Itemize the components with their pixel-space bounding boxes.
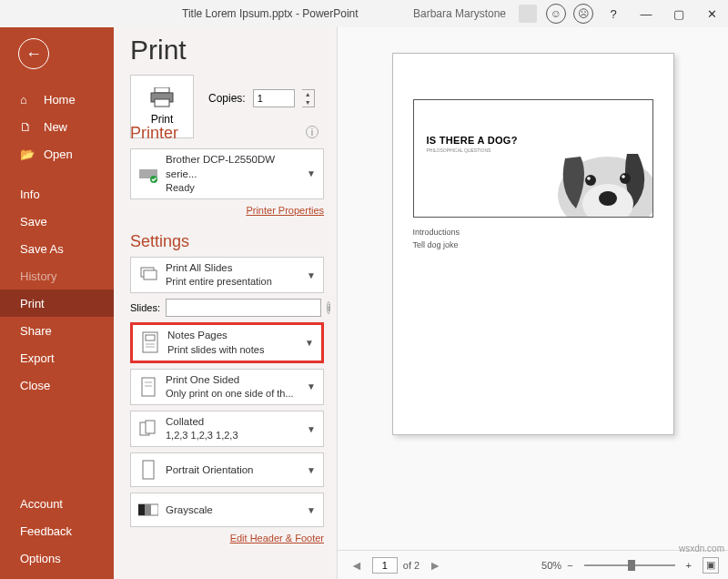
main-area: Print Print Copies: ▲▼ Printeri Brother … bbox=[114, 27, 728, 579]
sidebar-item-label: Close bbox=[20, 379, 50, 392]
chevron-down-icon: ▼ bbox=[305, 465, 318, 475]
chevron-down-icon: ▼ bbox=[305, 424, 318, 434]
copies-spinner[interactable]: ▲▼ bbox=[302, 89, 315, 107]
dropdown-title: Grayscale bbox=[166, 503, 305, 518]
svg-rect-18 bbox=[138, 504, 145, 515]
sidebar-item-close[interactable]: Close bbox=[0, 371, 114, 399]
svg-point-23 bbox=[585, 175, 596, 186]
orientation-dropdown[interactable]: Portrait Orientation ▼ bbox=[130, 452, 324, 487]
back-button[interactable]: ← bbox=[18, 38, 49, 69]
sidebar-item-new[interactable]: 🗋New bbox=[0, 113, 114, 140]
page-total: of 2 bbox=[403, 560, 420, 571]
dropdown-sub: Print slides with notes bbox=[167, 343, 303, 357]
sidebar-item-home[interactable]: ⌂Home bbox=[0, 86, 114, 113]
header-footer-link[interactable]: Edit Header & Footer bbox=[130, 533, 324, 543]
zoom-out-button[interactable]: − bbox=[567, 560, 572, 571]
copies-input[interactable] bbox=[253, 89, 295, 107]
slide-subtitle: PHILOSOPHICAL QUESTIONS bbox=[427, 147, 491, 153]
page-current-input[interactable] bbox=[372, 557, 398, 574]
slides-label: Slides: bbox=[130, 302, 160, 313]
close-window-button[interactable]: ✕ bbox=[695, 0, 728, 27]
note-line: Tell dog joke bbox=[413, 239, 653, 252]
svg-point-22 bbox=[599, 191, 617, 206]
maximize-button[interactable]: ▢ bbox=[662, 0, 695, 27]
window-title: Title Lorem Ipsum.pptx - PowerPoint bbox=[182, 7, 359, 20]
sidebar-item-export[interactable]: Export bbox=[0, 344, 114, 371]
copies-label: Copies: bbox=[208, 92, 246, 105]
sidebar-item-account[interactable]: Account bbox=[0, 490, 114, 517]
svg-rect-15 bbox=[146, 421, 155, 433]
sidebar-item-label: Print bbox=[20, 297, 45, 310]
sidebar-item-share[interactable]: Share bbox=[0, 317, 114, 344]
open-icon: 📂 bbox=[20, 147, 35, 161]
info-icon[interactable]: i bbox=[306, 126, 318, 138]
sidebar-item-label: Share bbox=[20, 324, 52, 338]
svg-point-26 bbox=[622, 175, 625, 178]
new-icon: 🗋 bbox=[20, 120, 35, 134]
preview-statusbar: ◄ of 2 ► 50% − + ▣ bbox=[338, 550, 728, 579]
dropdown-sub: Print entire presentation bbox=[166, 275, 305, 289]
next-page-button[interactable]: ► bbox=[425, 558, 445, 573]
sidebar-item-label: New bbox=[44, 120, 67, 134]
notes-page-icon bbox=[138, 330, 162, 355]
slides-input[interactable] bbox=[166, 299, 321, 317]
sidebar-item-label: Export bbox=[20, 351, 55, 365]
chevron-down-icon: ▼ bbox=[305, 381, 318, 391]
preview-canvas: IS THERE A DOG? PHILOSOPHICAL QUESTIONS bbox=[338, 27, 728, 550]
prev-page-button[interactable]: ◄ bbox=[347, 558, 367, 573]
page-heading: Print bbox=[130, 35, 324, 66]
zoom-in-button[interactable]: + bbox=[686, 560, 692, 571]
titlebar: Title Lorem Ipsum.pptx - PowerPoint Barb… bbox=[0, 0, 728, 27]
help-button[interactable]: ? bbox=[597, 0, 630, 27]
face-happy-icon[interactable]: ☺ bbox=[546, 4, 566, 24]
printer-name: Brother DCP-L2550DW serie... bbox=[166, 153, 305, 181]
user-name[interactable]: Barbara Marystone bbox=[413, 7, 506, 20]
sidebar-item-history: History bbox=[0, 262, 114, 290]
face-sad-icon[interactable]: ☹ bbox=[573, 4, 593, 24]
zoom-value: 50% bbox=[541, 560, 561, 571]
sidebar-item-label: Save bbox=[20, 215, 47, 229]
svg-rect-16 bbox=[143, 461, 154, 479]
sidebar-item-info[interactable]: Info bbox=[0, 180, 114, 208]
info-icon[interactable]: i bbox=[327, 301, 330, 314]
sidebar-item-label: Feedback bbox=[20, 524, 72, 538]
color-dropdown[interactable]: Grayscale ▼ bbox=[130, 493, 324, 527]
sidebar-item-open[interactable]: 📂Open bbox=[0, 140, 114, 168]
svg-rect-0 bbox=[155, 87, 169, 93]
one-sided-icon bbox=[136, 374, 160, 400]
print-preview: IS THERE A DOG? PHILOSOPHICAL QUESTIONS bbox=[337, 27, 728, 579]
layout-dropdown[interactable]: Notes PagesPrint slides with notes ▼ bbox=[130, 322, 324, 362]
print-scope-dropdown[interactable]: Print All SlidesPrint entire presentatio… bbox=[130, 257, 324, 293]
printer-dropdown[interactable]: Brother DCP-L2550DW serie...Ready ▼ bbox=[130, 148, 324, 199]
minimize-button[interactable]: — bbox=[630, 0, 662, 27]
sidebar-item-save[interactable]: Save bbox=[0, 208, 114, 235]
sidebar-item-label: Info bbox=[20, 188, 40, 201]
dog-image bbox=[531, 122, 653, 218]
collate-dropdown[interactable]: Collated1,2,3 1,2,3 1,2,3 ▼ bbox=[130, 411, 324, 447]
dropdown-title: Portrait Orientation bbox=[166, 463, 305, 478]
sides-dropdown[interactable]: Print One SidedOnly print on one side of… bbox=[130, 369, 324, 405]
slide-headline: IS THERE A DOG? bbox=[427, 135, 518, 146]
svg-point-24 bbox=[620, 173, 631, 184]
sidebar-item-options[interactable]: Options bbox=[0, 544, 114, 572]
slide-thumbnail: IS THERE A DOG? PHILOSOPHICAL QUESTIONS bbox=[413, 99, 653, 218]
sidebar-item-print[interactable]: Print bbox=[0, 290, 114, 317]
sidebar-item-feedback[interactable]: Feedback bbox=[0, 517, 114, 544]
slides-stack-icon bbox=[136, 262, 160, 288]
svg-point-25 bbox=[587, 177, 591, 180]
chevron-down-icon: ▼ bbox=[305, 505, 318, 515]
dropdown-sub: 1,2,3 1,2,3 1,2,3 bbox=[166, 429, 305, 442]
zoom-slider[interactable] bbox=[584, 564, 675, 566]
print-panel: Print Print Copies: ▲▼ Printeri Brother … bbox=[114, 27, 337, 579]
sidebar-item-label: Home bbox=[44, 93, 76, 107]
printer-properties-link[interactable]: Printer Properties bbox=[130, 205, 324, 216]
avatar[interactable] bbox=[519, 5, 537, 23]
svg-rect-6 bbox=[144, 270, 157, 279]
chevron-down-icon: ▼ bbox=[305, 270, 318, 280]
sidebar-item-saveas[interactable]: Save As bbox=[0, 235, 114, 262]
printer-device-icon bbox=[136, 161, 160, 187]
dropdown-title: Print All Slides bbox=[166, 261, 305, 276]
zoom-fit-button[interactable]: ▣ bbox=[703, 557, 719, 574]
note-line: Introductions bbox=[413, 227, 653, 239]
printer-icon bbox=[149, 87, 175, 107]
